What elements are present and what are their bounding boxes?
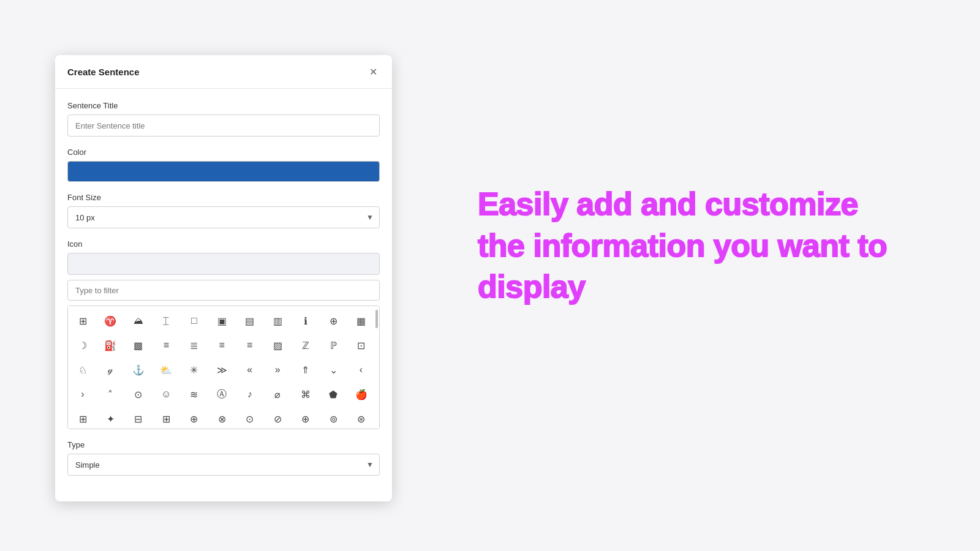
color-label: Color <box>67 148 380 157</box>
icon-cell[interactable]: ⊙ <box>126 382 151 407</box>
icon-cell[interactable]: ˄ <box>98 382 123 407</box>
icon-grid: ⊞♈⛰⌶□▣▤▥ℹ⊕▦☽⛽▩≡≣≡≡▨ℤℙ⊡♘ℊ⚓⛅✳≫«»⇑⌄‹›˄⊙☺≋Ⓐ♪… <box>68 306 379 429</box>
icon-cell[interactable]: ⚓ <box>126 358 151 382</box>
icon-cell[interactable]: ≡ <box>238 333 262 358</box>
promo-text: Easily add and customize the information… <box>478 184 907 308</box>
page-container: Create Sentence ✕ Sentence Title Color F… <box>0 0 980 551</box>
icon-cell[interactable]: ℤ <box>293 333 318 358</box>
icon-cell[interactable]: ⊕ <box>293 407 318 429</box>
icon-group: Icon ⊞♈⛰⌶□▣▤▥ℹ⊕▦☽⛽▩≡≣≡≡▨ℤℙ⊡♘ℊ⚓⛅✳≫«»⇑⌄‹›˄… <box>67 239 380 429</box>
icon-cell[interactable]: ⊘ <box>265 407 290 429</box>
icon-filter-input[interactable] <box>67 280 380 301</box>
icon-cell[interactable]: ✦ <box>98 407 123 429</box>
icon-label: Icon <box>67 239 380 249</box>
scrollbar-indicator <box>375 310 378 328</box>
icon-cell[interactable]: ▨ <box>265 333 290 358</box>
icon-cell[interactable]: ℹ <box>293 309 318 333</box>
icon-cell[interactable]: ⊕ <box>321 309 345 333</box>
sentence-title-input[interactable] <box>67 114 380 137</box>
icon-cell[interactable]: ☺ <box>154 382 178 407</box>
color-swatch[interactable] <box>67 161 380 182</box>
icon-cell[interactable]: ℊ <box>98 358 123 382</box>
icon-preview <box>67 253 380 275</box>
icon-cell[interactable]: ⊞ <box>154 407 178 429</box>
icon-cell[interactable]: □ <box>182 309 206 333</box>
type-select-wrapper: Simple Advanced ▼ <box>67 454 380 476</box>
promo-text-block: Easily add and customize the information… <box>478 184 907 308</box>
type-label: Type <box>67 440 380 449</box>
icon-cell[interactable]: ✳ <box>182 358 206 382</box>
icon-cell[interactable]: ℙ <box>321 333 345 358</box>
dialog-title: Create Sentence <box>67 67 140 77</box>
type-group: Type Simple Advanced ▼ <box>67 440 380 476</box>
icon-cell[interactable]: ≡ <box>154 333 178 358</box>
close-button[interactable]: ✕ <box>366 65 380 78</box>
color-group: Color <box>67 148 380 182</box>
icon-cell[interactable]: ⊕ <box>182 407 206 429</box>
icon-cell[interactable]: ▩ <box>126 333 151 358</box>
icon-cell[interactable]: ⊡ <box>349 333 374 358</box>
dialog-header: Create Sentence ✕ <box>55 55 392 89</box>
icon-cell[interactable]: ⊛ <box>349 407 374 429</box>
icon-cell[interactable]: ≫ <box>209 358 234 382</box>
font-size-label: Font Size <box>67 193 380 202</box>
icon-cell[interactable]: ≋ <box>182 382 206 407</box>
icon-cell[interactable]: ⊞ <box>70 407 95 429</box>
icon-cell[interactable]: » <box>265 358 290 382</box>
icon-cell[interactable]: ⌶ <box>154 309 178 333</box>
icon-cell[interactable]: ▣ <box>209 309 234 333</box>
font-size-select[interactable]: 10 px 12 px 14 px 16 px 18 px 20 px <box>67 206 380 228</box>
font-size-select-wrapper: 10 px 12 px 14 px 16 px 18 px 20 px ▼ <box>67 206 380 228</box>
icon-cell[interactable]: ♪ <box>238 382 262 407</box>
icon-cell[interactable]: ▦ <box>349 309 374 333</box>
icon-cell[interactable]: ≡ <box>209 333 234 358</box>
icon-cell[interactable]: › <box>70 382 95 407</box>
icon-cell[interactable]: ⌀ <box>265 382 290 407</box>
sentence-title-label: Sentence Title <box>67 101 380 110</box>
icon-cell[interactable]: ‹ <box>349 358 374 382</box>
dialog-body: Sentence Title Color Font Size 10 px 12 … <box>55 89 392 501</box>
icon-cell[interactable]: 🍎 <box>349 382 374 407</box>
icon-grid-wrapper: ⊞♈⛰⌶□▣▤▥ℹ⊕▦☽⛽▩≡≣≡≡▨ℤℙ⊡♘ℊ⚓⛅✳≫«»⇑⌄‹›˄⊙☺≋Ⓐ♪… <box>67 305 380 429</box>
icon-cell[interactable]: ⌄ <box>321 358 345 382</box>
icon-cell[interactable]: « <box>238 358 262 382</box>
icon-cell[interactable]: ▤ <box>238 309 262 333</box>
icon-cell[interactable]: ▥ <box>265 309 290 333</box>
icon-cell[interactable]: ⊙ <box>238 407 262 429</box>
icon-cell[interactable]: ≣ <box>182 333 206 358</box>
icon-cell[interactable]: ⛽ <box>98 333 123 358</box>
icon-cell[interactable]: ⊟ <box>126 407 151 429</box>
icon-cell[interactable]: ⊚ <box>321 407 345 429</box>
icon-cell[interactable]: ⌘ <box>293 382 318 407</box>
icon-cell[interactable]: ⬟ <box>321 382 345 407</box>
icon-cell[interactable]: Ⓐ <box>209 382 234 407</box>
icon-cell[interactable]: ⛰ <box>126 309 151 333</box>
icon-cell[interactable]: ♈ <box>98 309 123 333</box>
type-select[interactable]: Simple Advanced <box>67 454 380 476</box>
icon-cell[interactable]: ⇑ <box>293 358 318 382</box>
create-sentence-dialog: Create Sentence ✕ Sentence Title Color F… <box>55 55 392 501</box>
font-size-group: Font Size 10 px 12 px 14 px 16 px 18 px … <box>67 193 380 228</box>
sentence-title-group: Sentence Title <box>67 101 380 137</box>
icon-cell[interactable]: ☽ <box>70 333 95 358</box>
icon-cell[interactable]: ♘ <box>70 358 95 382</box>
icon-cell[interactable]: ⊞ <box>70 309 95 333</box>
icon-cell[interactable]: ⊗ <box>209 407 234 429</box>
icon-cell[interactable]: ⛅ <box>154 358 178 382</box>
